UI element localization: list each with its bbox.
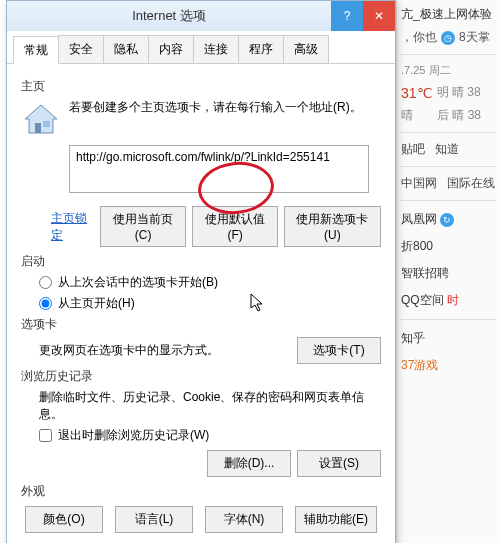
bg-nav-row1: 贴吧 知道: [401, 141, 496, 158]
tabs-settings-button[interactable]: 选项卡(T): [297, 337, 381, 364]
help-button[interactable]: ?: [331, 1, 363, 31]
tab-privacy[interactable]: 隐私: [103, 35, 149, 63]
use-default-button[interactable]: 使用默认值(F): [192, 206, 277, 247]
refresh-icon: ↻: [440, 213, 454, 227]
svg-rect-1: [35, 123, 41, 133]
use-current-button[interactable]: 使用当前页(C): [100, 206, 187, 247]
startup-homepage-radio[interactable]: 从主页开始(H): [39, 295, 381, 312]
delete-on-exit-checkbox[interactable]: 退出时删除浏览历史记录(W): [39, 427, 381, 444]
tab-security[interactable]: 安全: [58, 35, 104, 63]
close-button[interactable]: ✕: [363, 1, 395, 31]
bg-tab-title: 亢_极速上网体验: [401, 6, 496, 23]
bg-date: .7.25 周二: [401, 63, 496, 78]
home-icon: [21, 99, 61, 139]
bg-nav-link[interactable]: 国际在线: [447, 175, 495, 192]
startup-section-label: 启动: [21, 253, 381, 270]
bg-site-link[interactable]: 知乎: [401, 330, 496, 347]
bg-nav-link[interactable]: 贴吧: [401, 141, 425, 158]
homepage-section-label: 主页: [21, 78, 381, 95]
homepage-url-input[interactable]: [69, 145, 369, 193]
dialog-title: Internet 选项: [7, 7, 331, 25]
bg-site-link[interactable]: 凤凰网 ↻: [401, 211, 496, 228]
clock-icon: ◷: [441, 31, 455, 45]
accessibility-button[interactable]: 辅助功能(E): [295, 506, 377, 533]
internet-options-dialog: Internet 选项 ? ✕ 常规 安全 隐私 内容 连接 程序 高级 主页 …: [6, 0, 396, 543]
bg-temperature: 31℃: [401, 85, 433, 101]
tab-general[interactable]: 常规: [13, 36, 59, 64]
tabs-section-label: 选项卡: [21, 316, 381, 333]
bg-site-link[interactable]: 折800: [401, 238, 496, 255]
history-settings-button[interactable]: 设置(S): [297, 450, 381, 477]
colors-button[interactable]: 颜色(O): [25, 506, 103, 533]
hot-icon: 时: [447, 293, 459, 307]
background-browser-panel: 亢_极速上网体验 ，你也 ◷ 8天掌 .7.25 周二 31℃ 明 晴 38 晴…: [396, 0, 500, 543]
bg-nav-link[interactable]: 中国网: [401, 175, 437, 192]
tab-advanced[interactable]: 高级: [283, 35, 329, 63]
homepage-lock-link[interactable]: 主页锁定: [51, 210, 94, 244]
svg-rect-2: [43, 121, 50, 127]
history-section-label: 浏览历史记录: [21, 368, 381, 385]
history-description: 删除临时文件、历史记录、Cookie、保存的密码和网页表单信息。: [39, 389, 381, 423]
delete-history-button[interactable]: 删除(D)...: [207, 450, 291, 477]
tab-connections[interactable]: 连接: [193, 35, 239, 63]
bg-site-link[interactable]: QQ空间 时: [401, 292, 496, 309]
bg-nav-link[interactable]: 知道: [435, 141, 459, 158]
appearance-section-label: 外观: [21, 483, 381, 500]
bg-nav-row2: 中国网 国际在线: [401, 175, 496, 192]
bg-user-line: ，你也 ◷ 8天掌: [401, 29, 496, 46]
use-newtab-button[interactable]: 使用新选项卡(U): [284, 206, 381, 247]
tabs-description: 更改网页在选项卡中的显示方式。: [39, 342, 297, 359]
tab-strip: 常规 安全 隐私 内容 连接 程序 高级: [7, 31, 395, 64]
tab-programs[interactable]: 程序: [238, 35, 284, 63]
bg-site-link[interactable]: 37游戏: [401, 357, 496, 374]
fonts-button[interactable]: 字体(N): [205, 506, 283, 533]
homepage-instruction: 若要创建多个主页选项卡，请在每行输入一个地址(R)。: [69, 99, 381, 139]
tab-content[interactable]: 内容: [148, 35, 194, 63]
titlebar: Internet 选项 ? ✕: [7, 1, 395, 31]
startup-last-session-radio[interactable]: 从上次会话中的选项卡开始(B): [39, 274, 381, 291]
languages-button[interactable]: 语言(L): [115, 506, 193, 533]
bg-site-link[interactable]: 智联招聘: [401, 265, 496, 282]
